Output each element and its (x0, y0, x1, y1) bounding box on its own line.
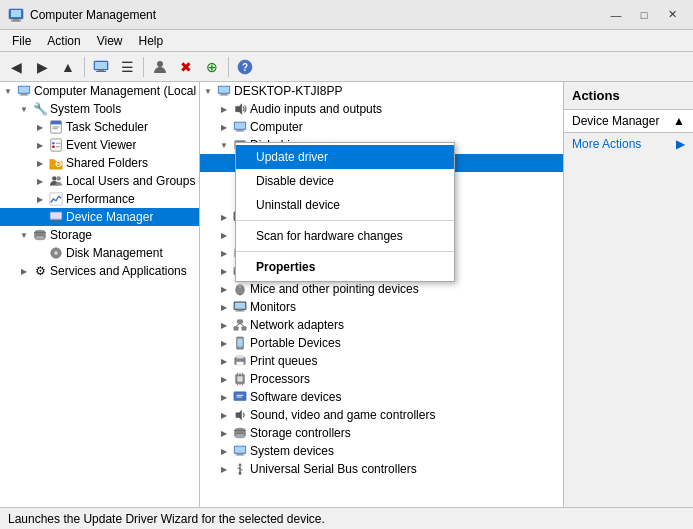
expander-disk-management[interactable] (32, 245, 48, 261)
expander-hid[interactable]: ▶ (216, 227, 232, 243)
device-storage-ctrl[interactable]: ▶ Storage controllers (200, 424, 563, 442)
expander-storage[interactable]: ▼ (16, 227, 32, 243)
back-button[interactable]: ◀ (4, 55, 28, 79)
expander-root[interactable]: ▼ (0, 83, 16, 99)
context-menu-disable[interactable]: Disable device (236, 169, 454, 193)
expander-monitors[interactable]: ▶ (216, 299, 232, 315)
close-button[interactable]: ✕ (659, 5, 685, 25)
svg-marker-42 (236, 104, 242, 115)
expander-task-scheduler[interactable]: ▶ (32, 119, 48, 135)
device-software[interactable]: ▶ Software devices (200, 388, 563, 406)
icon-computer (232, 119, 248, 135)
title-bar: Computer Management — □ ✕ (0, 0, 693, 30)
tree-item-services[interactable]: ▶ ⚙ Services and Applications (0, 262, 199, 280)
svg-point-35 (35, 235, 46, 239)
device-audio[interactable]: ▶ Audio inputs and outputs (200, 100, 563, 118)
svg-rect-40 (221, 94, 226, 95)
device-processors[interactable]: ▶ Processors (200, 370, 563, 388)
add-button[interactable]: ⊕ (200, 55, 224, 79)
context-menu-update-driver[interactable]: Update driver (236, 145, 454, 169)
expander-services[interactable]: ▶ (16, 263, 32, 279)
tree-item-storage[interactable]: ▼ Storage (0, 226, 199, 244)
expander-performance[interactable]: ▶ (32, 191, 48, 207)
device-sound-label: Sound, video and game controllers (250, 408, 435, 422)
actions-device-manager-dropdown[interactable]: Device Manager ▲ (564, 110, 693, 133)
svg-rect-7 (96, 71, 106, 72)
expander-portable[interactable]: ▶ (216, 335, 232, 351)
expander-local-users[interactable]: ▶ (32, 173, 48, 189)
icon-audio (232, 101, 248, 117)
expander-mice[interactable]: ▶ (216, 281, 232, 297)
expander-usb[interactable]: ▶ (216, 461, 232, 477)
menu-view[interactable]: View (89, 32, 131, 49)
computer-button[interactable] (89, 55, 113, 79)
expander-display[interactable]: ▶ (216, 209, 232, 225)
expander-print[interactable]: ▶ (216, 353, 232, 369)
maximize-button[interactable]: □ (631, 5, 657, 25)
svg-rect-105 (235, 447, 246, 453)
stop-button[interactable]: ✖ (174, 55, 198, 79)
tree-item-performance[interactable]: ▶ Performance (0, 190, 199, 208)
expander-keyboard[interactable]: ▶ (216, 263, 232, 279)
device-monitors[interactable]: ▶ Monitors (200, 298, 563, 316)
tree-item-disk-management[interactable]: Disk Management (0, 244, 199, 262)
menu-help[interactable]: Help (131, 32, 172, 49)
expander-device-manager[interactable] (32, 209, 48, 225)
menu-file[interactable]: File (4, 32, 39, 49)
expander-processors[interactable]: ▶ (216, 371, 232, 387)
expander-storage-ctrl[interactable]: ▶ (216, 425, 232, 441)
device-network[interactable]: ▶ Network adapters (200, 316, 563, 334)
device-root[interactable]: ▼ DESKTOP-KTJI8PP (200, 82, 563, 100)
expander-sound[interactable]: ▶ (216, 407, 232, 423)
expander-ide[interactable]: ▶ (216, 245, 232, 261)
minimize-button[interactable]: — (603, 5, 629, 25)
expander-device-root[interactable]: ▼ (200, 83, 216, 99)
forward-button[interactable]: ▶ (30, 55, 54, 79)
expander-event-viewer[interactable]: ▶ (32, 137, 48, 153)
actions-panel: Actions Device Manager ▲ More Actions ▶ (563, 82, 693, 507)
tree-item-system-tools[interactable]: ▼ 🔧 System Tools (0, 100, 199, 118)
users-button[interactable] (148, 55, 172, 79)
device-mice[interactable]: ▶ Mice and other pointing devices (200, 280, 563, 298)
device-portable[interactable]: ▶ Portable Devices (200, 334, 563, 352)
icon-usb (232, 461, 248, 477)
expander-software[interactable]: ▶ (216, 389, 232, 405)
tree-item-shared-folders[interactable]: ▶ Shared Folders (0, 154, 199, 172)
expander-computer[interactable]: ▶ (216, 119, 232, 135)
title-bar-left: Computer Management (8, 7, 156, 23)
list-button[interactable]: ☰ (115, 55, 139, 79)
expander-network[interactable]: ▶ (216, 317, 232, 333)
tree-item-task-scheduler[interactable]: ▶ Task Scheduler (0, 118, 199, 136)
svg-rect-41 (220, 95, 229, 96)
tree-item-device-manager[interactable]: Device Manager (0, 208, 199, 226)
icon-shared-folders (48, 155, 64, 171)
device-sound[interactable]: ▶ Sound, video and game controllers (200, 406, 563, 424)
tree-item-event-viewer[interactable]: ▶ Event Viewer (0, 136, 199, 154)
svg-marker-100 (236, 410, 242, 421)
svg-rect-76 (236, 311, 245, 312)
context-menu-uninstall[interactable]: Uninstall device (236, 193, 454, 217)
device-system[interactable]: ▶ System devices (200, 442, 563, 460)
label-system-tools: System Tools (50, 102, 121, 116)
actions-more-link[interactable]: More Actions ▶ (564, 133, 693, 155)
context-menu-properties[interactable]: Properties (236, 255, 454, 279)
expander-system-tools[interactable]: ▼ (16, 101, 32, 117)
menu-action[interactable]: Action (39, 32, 88, 49)
help-button[interactable]: ? (233, 55, 257, 79)
device-usb[interactable]: ▶ Universal Serial Bus controllers (200, 460, 563, 478)
context-menu-scan[interactable]: Scan for hardware changes (236, 224, 454, 248)
icon-performance (48, 191, 64, 207)
expander-disk-drives[interactable]: ▼ (216, 137, 232, 153)
icon-monitors (232, 299, 248, 315)
device-computer[interactable]: ▶ Computer (200, 118, 563, 136)
expander-shared-folders[interactable]: ▶ (32, 155, 48, 171)
expander-audio[interactable]: ▶ (216, 101, 232, 117)
up-button[interactable]: ▲ (56, 55, 80, 79)
svg-rect-39 (219, 87, 230, 93)
right-panel: ▼ DESKTOP-KTJI8PP ▶ (200, 82, 693, 507)
tree-item-root[interactable]: ▼ Computer Management (Local (0, 82, 199, 100)
tree-item-local-users[interactable]: ▶ Local Users and Groups (0, 172, 199, 190)
expander-system[interactable]: ▶ (216, 443, 232, 459)
label-event-viewer: Event Viewer (66, 138, 136, 152)
device-print[interactable]: ▶ Print queues (200, 352, 563, 370)
